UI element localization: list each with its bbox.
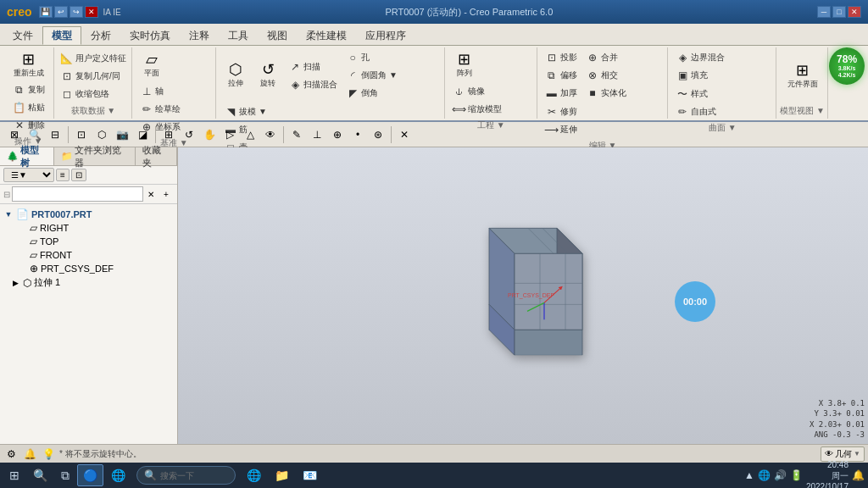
camera-button[interactable]: 📷 (113, 125, 131, 144)
saved-view-button[interactable]: ⊡ (72, 125, 91, 144)
preview-button[interactable]: ⊡ (71, 169, 86, 181)
task-view-button[interactable]: ⧉ (55, 464, 75, 486)
tree-expand-extrude1[interactable]: ▶ (10, 278, 20, 288)
intersect-button[interactable]: ⊗相交 (582, 67, 630, 84)
display-mode-button[interactable]: ▷ (220, 125, 239, 144)
chamfer-button[interactable]: ◤倒角 (342, 85, 401, 102)
panel-tab-favorites[interactable]: 收藏夹 (136, 147, 177, 165)
solidify-button[interactable]: ■实体化 (582, 85, 630, 102)
user-def-button[interactable]: 📐用户定义特征 (57, 50, 130, 67)
tree-search-input[interactable] (12, 186, 143, 202)
viewport[interactable]: PRT_CSYS_DEF 00:00 X 3.8+ 0.1 Y 3.3+ 0.0… (178, 147, 868, 444)
plane-button[interactable]: ▱ 平面 (136, 49, 167, 81)
tab-view[interactable]: 视图 (258, 26, 297, 45)
project-button[interactable]: ⊡投影 (542, 49, 581, 66)
explorer-button[interactable]: 📁 (269, 464, 295, 486)
scale-button[interactable]: ⟺缩放模型 (449, 101, 505, 118)
freestyle-btn[interactable]: ✏自由式 (672, 103, 720, 120)
tree-item-csys[interactable]: ⊕ PRT_CSYS_DEF (0, 262, 177, 275)
paste-button[interactable]: 📋粘贴 (9, 99, 48, 116)
sweep-button[interactable]: ↗扫描 (285, 58, 341, 75)
tree-expand-root[interactable]: ▼ (3, 209, 14, 219)
thicken-button[interactable]: ▬加厚 (542, 85, 581, 102)
status-icon-2[interactable]: 🔔 (22, 446, 37, 462)
point-tags-button[interactable]: • (348, 125, 367, 144)
hole-button[interactable]: ○孔 (342, 49, 401, 66)
annotation-button[interactable]: ✎ (287, 125, 306, 144)
plane-tags-button[interactable]: ⊥ (308, 125, 326, 144)
copy-button[interactable]: ⧉复制 (9, 81, 48, 98)
quick-btn-4[interactable]: ✕ (85, 6, 98, 18)
zoom-in-button[interactable]: 🔍 (25, 125, 44, 144)
zoom-out-button[interactable]: ⊟ (46, 125, 64, 144)
add-filter-button[interactable]: + (159, 186, 174, 202)
tab-model[interactable]: 模型 (42, 26, 81, 45)
boundary-btn[interactable]: ◈边界混合 (672, 49, 728, 66)
trim-button[interactable]: ✂修剪 (542, 103, 581, 120)
creo-taskbar-button[interactable]: 🔵 (77, 464, 103, 486)
component-interface-button[interactable]: ⊞ 元件界面 (784, 60, 821, 92)
panel-tab-file-browser[interactable]: 📁 文件夹浏览器 (54, 147, 136, 165)
tree-item-top[interactable]: ▱ TOP (0, 235, 177, 248)
tray-network[interactable]: 🌐 (758, 469, 771, 481)
axis-tags-button[interactable]: ⊕ (328, 125, 347, 144)
offset-button[interactable]: ⧉偏移 (542, 67, 581, 84)
tab-flexible[interactable]: 柔性建模 (297, 26, 356, 45)
tray-up-icon[interactable]: ▲ (744, 469, 754, 481)
clear-button[interactable]: ✕ (395, 125, 414, 144)
system-clock[interactable]: 20:48 周一 2022/10/17 (806, 459, 849, 489)
sketch-button[interactable]: ✏绘草绘 (136, 101, 184, 118)
tree-item-front[interactable]: ▱ FRONT (0, 248, 177, 262)
maximize-button[interactable]: □ (832, 6, 846, 18)
array-button[interactable]: ⊞ 阵列 (449, 49, 480, 81)
tree-item-right[interactable]: ▱ RIGHT (0, 221, 177, 235)
mail-button[interactable]: 📧 (297, 464, 323, 486)
quick-btn-3[interactable]: ↪ (70, 6, 83, 18)
clear-search-button[interactable]: ✕ (143, 186, 159, 202)
zoom-fit-button[interactable]: ⊠ (5, 125, 24, 144)
tab-realtime[interactable]: 实时仿真 (120, 26, 180, 45)
round-button[interactable]: ◜倒圆角 ▼ (342, 67, 401, 84)
tab-file[interactable]: 文件 (3, 26, 42, 45)
tab-analysis[interactable]: 分析 (81, 26, 120, 45)
tray-volume[interactable]: 🔊 (774, 469, 787, 481)
orient-button[interactable]: ⊞ (159, 125, 178, 144)
tree-item-extrude1[interactable]: ▶ ⬡ 拉伸 1 (0, 275, 177, 290)
section-button[interactable]: ◪ (133, 125, 152, 144)
refit-button[interactable]: ⬡ (92, 125, 111, 144)
panel-tab-model-tree[interactable]: 🌲 模型树 (0, 147, 54, 165)
hide-button[interactable]: 👁 (261, 125, 280, 144)
csys-tags-button[interactable]: ⊛ (369, 125, 387, 144)
axis-button[interactable]: ⊥轴 (136, 83, 184, 100)
display-select[interactable]: ☰▼ (3, 168, 54, 182)
status-icon-1[interactable]: ⚙ (3, 446, 19, 462)
tab-apps[interactable]: 应用程序 (356, 26, 415, 45)
search-button[interactable]: 🔍 (27, 464, 53, 486)
revolve-button[interactable]: ↺ 旋转 (253, 59, 283, 92)
style-btn[interactable]: 〜样式 (672, 86, 720, 103)
ie-button[interactable]: 🌐 (105, 464, 131, 486)
tray-battery[interactable]: 🔋 (790, 469, 803, 481)
shrink-wrap-button[interactable]: ◻收缩包络 (57, 86, 130, 103)
extrude-button[interactable]: ⬡ 拉伸 (220, 59, 251, 92)
quick-btn-1[interactable]: 💾 (39, 6, 53, 18)
close-button[interactable]: ✕ (848, 6, 861, 18)
extend-button[interactable]: ⟶延伸 (542, 121, 581, 138)
pan-button[interactable]: ✋ (200, 125, 219, 144)
draft-button[interactable]: ◥拔模 ▼ (220, 103, 270, 120)
blend-button[interactable]: ◈扫描混合 (285, 76, 341, 93)
perspective-button[interactable]: △ (241, 125, 259, 144)
status-icon-3[interactable]: 💡 (41, 446, 56, 462)
start-button[interactable]: ⊞ (3, 464, 25, 486)
quick-btn-2[interactable]: ↩ (54, 6, 68, 18)
settings-button[interactable]: ≡ (56, 169, 70, 181)
tab-annotate[interactable]: 注释 (180, 26, 219, 45)
notification-icon[interactable]: 🔔 (852, 469, 865, 481)
spin-button[interactable]: ↺ (180, 125, 198, 144)
copy-geom-button[interactable]: ⊡复制几何/同 (57, 68, 130, 85)
merge-button[interactable]: ⊕合并 (582, 49, 630, 66)
taskbar-search-bar[interactable]: 🔍 (136, 466, 236, 485)
taskbar-search-input[interactable] (160, 471, 228, 480)
browser-button[interactable]: 🌐 (241, 464, 267, 486)
tab-tools[interactable]: 工具 (219, 26, 258, 45)
